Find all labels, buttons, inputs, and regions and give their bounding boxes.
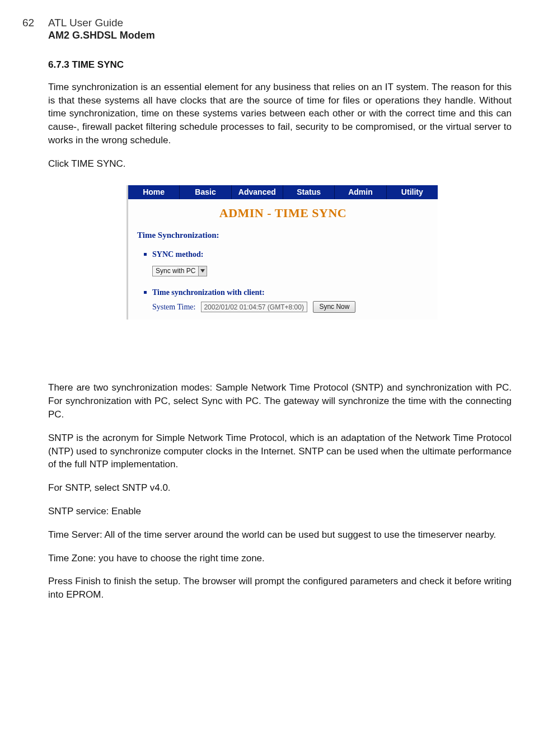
sync-now-button[interactable]: Sync Now (313, 301, 355, 313)
tab-utility[interactable]: Utility (387, 185, 438, 199)
tab-basic[interactable]: Basic (180, 185, 231, 199)
admin-time-sync-screenshot: Home Basic Advanced Status Admin Utility… (127, 185, 438, 320)
chevron-down-icon (198, 266, 207, 276)
panel-title: ADMIN - TIME SYNC (128, 205, 438, 222)
page-number: 62 (22, 17, 39, 29)
sync-method-value: Sync with PC (153, 266, 198, 276)
main-content: 6.7.3 TIME SYNC Time synchronization is … (48, 58, 512, 602)
tab-advanced[interactable]: Advanced (232, 185, 283, 199)
client-sync-row: Time synchronization with client: (144, 287, 429, 298)
paragraph: For SNTP, select SNTP v4.0. (48, 481, 512, 495)
paragraph: SNTP service: Enable (48, 505, 512, 518)
client-sync-label: Time synchronization with client: (152, 287, 265, 298)
paragraph: There are two synchronization modes: Sam… (48, 381, 512, 421)
paragraph: Time Server: All of the time server arou… (48, 528, 512, 542)
tab-status[interactable]: Status (283, 185, 335, 199)
section-heading: 6.7.3 TIME SYNC (48, 58, 512, 72)
sync-method-label: SYNC method: (152, 249, 203, 260)
paragraph: Time Zone: you have to choose the right … (48, 552, 512, 565)
paragraph: Time synchronization is an essential ele… (48, 81, 512, 147)
tab-home[interactable]: Home (128, 185, 180, 199)
system-time-field[interactable]: 2002/01/02 01:04:57 (GMT+8:00) (201, 302, 307, 312)
bullet-icon (144, 253, 147, 256)
sync-method-row: SYNC method: (144, 249, 429, 260)
doc-subtitle: AM2 G.SHDSL Modem (48, 30, 155, 41)
tab-admin[interactable]: Admin (335, 185, 386, 199)
doc-title: ATL User Guide (48, 17, 155, 29)
svg-marker-0 (200, 269, 205, 273)
panel-subheading: Time Synchronization: (137, 229, 429, 241)
page-header: 62 ATL User Guide AM2 G.SHDSL Modem (22, 17, 512, 41)
tab-bar: Home Basic Advanced Status Admin Utility (128, 185, 438, 199)
paragraph: Click TIME SYNC. (48, 157, 512, 171)
bullet-icon (144, 291, 147, 294)
sync-method-select[interactable]: Sync with PC (152, 266, 207, 276)
paragraph: SNTP is the acronym for Simple Network T… (48, 431, 512, 471)
system-time-label: System Time: (152, 302, 195, 313)
paragraph: Press Finish to finish the setup. The br… (48, 575, 512, 602)
